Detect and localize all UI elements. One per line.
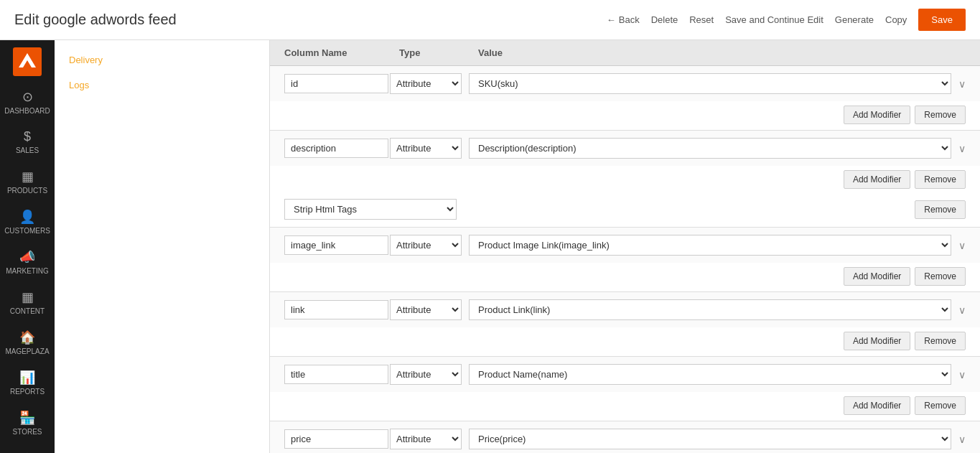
column-name-input-link[interactable] (284, 300, 388, 319)
sidebar-item-customers[interactable]: 👤 CUSTOMERS (0, 202, 55, 242)
left-panel-item-delivery[interactable]: Delivery (55, 47, 269, 73)
main-layout: ⊙ DASHBOARD $ SALES ▦ PRODUCTS 👤 CUSTOME… (0, 40, 980, 453)
mageplaza-icon: 🏠 (19, 330, 35, 345)
dashboard-icon: ⊙ (22, 89, 33, 105)
copy-button[interactable]: Copy (885, 14, 907, 25)
chevron-down-icon-id[interactable]: ∨ (958, 78, 966, 90)
value-dropdown-id[interactable]: SKU(sku) Description(description) Produc… (469, 73, 951, 94)
sidebar: ⊙ DASHBOARD $ SALES ▦ PRODUCTS 👤 CUSTOME… (0, 40, 55, 453)
sidebar-label-customers: CUSTOMERS (4, 227, 50, 235)
sidebar-item-reports[interactable]: 📊 REPORTS (0, 363, 55, 403)
sidebar-item-content[interactable]: ▦ CONTENT (0, 282, 55, 322)
sidebar-item-dashboard[interactable]: ⊙ DASHBOARD (0, 82, 55, 122)
column-name-input-description[interactable] (284, 139, 388, 158)
type-select-image-link: Attribute Static Concatenate (390, 235, 462, 256)
column-name-input-id[interactable] (284, 74, 388, 93)
add-modifier-button-description[interactable]: Add Modifier (844, 170, 910, 189)
sidebar-label-sales: SALES (16, 146, 39, 154)
delete-button[interactable]: Delete (651, 14, 678, 25)
feed-row-link: Attribute Static Concatenate Product Lin… (270, 292, 980, 327)
chevron-down-icon-price[interactable]: ∨ (958, 434, 966, 445)
type-select-link: Attribute Static Concatenate (390, 299, 462, 320)
add-modifier-button-image-link[interactable]: Add Modifier (844, 267, 910, 286)
feed-section-price: Attribute Static Concatenate Price(price… (270, 421, 980, 453)
chevron-down-icon-link[interactable]: ∨ (958, 304, 966, 316)
save-button[interactable]: Save (918, 9, 966, 31)
chevron-down-icon-description[interactable]: ∨ (958, 143, 966, 154)
feed-section-id: Attribute Static Concatenate SKU(sku) De… (270, 66, 980, 131)
value-dropdown-title[interactable]: Product Name(name) SKU(sku) Description(… (469, 364, 951, 385)
add-modifier-button-title[interactable]: Add Modifier (844, 396, 910, 415)
sidebar-item-sales[interactable]: $ SALES (0, 122, 55, 162)
col-header-value: Value (478, 47, 966, 58)
modifier-select-description: Strip Html Tags Lowercase Uppercase Remo… (284, 199, 457, 220)
remove-button-description[interactable]: Remove (915, 170, 966, 189)
chevron-down-icon-image-link[interactable]: ∨ (958, 240, 966, 251)
column-name-input-price[interactable] (284, 429, 388, 449)
remove-modifier-button-description[interactable]: Remove (915, 200, 966, 219)
sidebar-label-dashboard: DASHBOARD (4, 107, 50, 115)
sidebar-item-marketing[interactable]: 📣 MARKETING (0, 242, 55, 282)
remove-button-image-link[interactable]: Remove (915, 267, 966, 286)
feed-section-description: Attribute Static Concatenate Description… (270, 131, 980, 228)
sidebar-item-stores[interactable]: 🏪 STORES (0, 403, 55, 443)
products-icon: ▦ (22, 169, 34, 185)
save-continue-button[interactable]: Save and Continue Edit (725, 14, 823, 25)
sidebar-label-content: CONTENT (10, 307, 45, 315)
chevron-down-icon-title[interactable]: ∨ (958, 369, 966, 380)
feed-section-title: Attribute Static Concatenate Product Nam… (270, 357, 980, 421)
remove-button-link[interactable]: Remove (915, 332, 966, 350)
back-button[interactable]: ← Back (607, 14, 640, 25)
reports-icon: 📊 (19, 370, 35, 386)
action-row-description: Add Modifier Remove (270, 166, 980, 195)
action-row-image-link: Add Modifier Remove (270, 263, 980, 291)
column-name-input-title[interactable] (284, 365, 388, 384)
type-dropdown-description[interactable]: Attribute Static Concatenate (390, 138, 462, 159)
type-dropdown-image-link[interactable]: Attribute Static Concatenate (390, 235, 462, 256)
feed-row-title: Attribute Static Concatenate Product Nam… (270, 357, 980, 392)
sidebar-label-reports: REPORTS (10, 388, 45, 396)
left-panel-item-logs[interactable]: Logs (55, 73, 269, 98)
remove-button-title[interactable]: Remove (915, 396, 966, 415)
type-dropdown-title[interactable]: Attribute Static Concatenate (390, 364, 462, 385)
value-select-id: SKU(sku) Description(description) Produc… (469, 73, 951, 94)
type-dropdown-id[interactable]: Attribute Static Concatenate (390, 73, 462, 94)
remove-button-id[interactable]: Remove (915, 106, 966, 124)
value-select-price: Price(price) SKU(sku) Description(descri… (469, 429, 951, 449)
add-modifier-button-link[interactable]: Add Modifier (844, 332, 910, 350)
value-select-link: Product Link(link) SKU(sku) Description(… (469, 299, 951, 320)
content-icon: ▦ (22, 289, 34, 305)
action-row-link: Add Modifier Remove (270, 327, 980, 356)
value-dropdown-price[interactable]: Price(price) SKU(sku) Description(descri… (469, 429, 951, 449)
type-select-price: Attribute Static Concatenate (390, 429, 462, 449)
action-row-title: Add Modifier Remove (270, 392, 980, 421)
table-header: Column Name Type Value (270, 40, 980, 66)
sidebar-item-system[interactable]: ⚙ SYSTEM (0, 443, 55, 453)
feed-row-price: Attribute Static Concatenate Price(price… (270, 421, 980, 453)
page-header: Edit google adwords feed ← Back Delete R… (0, 0, 980, 40)
sidebar-label-stores: STORES (13, 428, 42, 436)
value-dropdown-link[interactable]: Product Link(link) SKU(sku) Description(… (469, 299, 951, 320)
type-select-description: Attribute Static Concatenate (390, 138, 462, 159)
left-panel: Delivery Logs (55, 40, 270, 453)
reset-button[interactable]: Reset (689, 14, 714, 25)
type-dropdown-link[interactable]: Attribute Static Concatenate (390, 299, 462, 320)
marketing-icon: 📣 (19, 249, 35, 265)
sidebar-item-products[interactable]: ▦ PRODUCTS (0, 162, 55, 202)
customers-icon: 👤 (19, 209, 35, 225)
column-name-input-image-link[interactable] (284, 235, 388, 255)
stores-icon: 🏪 (19, 410, 35, 426)
value-dropdown-image-link[interactable]: Product Image Link(image_link) SKU(sku) … (469, 235, 951, 256)
sidebar-label-products: PRODUCTS (7, 187, 47, 195)
sidebar-item-mageplaza[interactable]: 🏠 MAGEPLAZA (0, 322, 55, 363)
svg-rect-0 (13, 47, 42, 76)
type-select-id: Attribute Static Concatenate (390, 73, 462, 94)
type-dropdown-price[interactable]: Attribute Static Concatenate (390, 429, 462, 449)
col-header-type: Type (399, 47, 478, 58)
page-title: Edit google adwords feed (14, 11, 607, 28)
add-modifier-button-id[interactable]: Add Modifier (844, 106, 910, 124)
modifier-dropdown-description[interactable]: Strip Html Tags Lowercase Uppercase Remo… (284, 199, 457, 220)
generate-button[interactable]: Generate (835, 14, 874, 25)
value-dropdown-description[interactable]: Description(description) SKU(sku) Produc… (469, 138, 951, 159)
feed-row-description: Attribute Static Concatenate Description… (270, 131, 980, 166)
